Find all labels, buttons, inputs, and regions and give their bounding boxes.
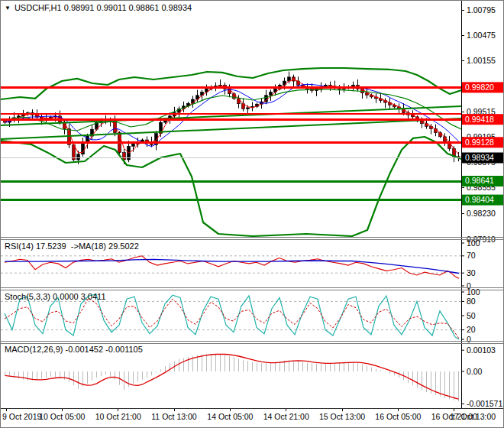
macd-scale-label: -0.001571 [467, 399, 502, 408]
time-tick-label: 14 Oct 21:00 [263, 412, 309, 421]
time-tick-label: 16 Oct 05:00 [375, 412, 421, 421]
price-badge: 0.99418 [462, 114, 504, 125]
price-badge-label: 0.99820 [465, 83, 494, 92]
stoch-scale-label: 0 [467, 335, 471, 344]
stoch-scale-label: 50 [467, 311, 476, 320]
symbol-timeframe: USDCHF,H1 [15, 3, 62, 12]
quote-close: 0.98934 [161, 3, 192, 12]
price-badge-label: 0.98934 [465, 153, 494, 162]
rsi-scale-label: 30 [467, 268, 476, 277]
price-badge-label: 0.99128 [465, 138, 494, 147]
time-tick-label: 9 Oct 2019 [2, 412, 42, 421]
price-badge: 0.98641 [462, 176, 504, 186]
chart-canvas[interactable]: 1.007951.004751.001550.995150.991950.988… [1, 1, 504, 428]
chart-title: ▼USDCHF,H1 0.98991 0.99011 0.98861 0.989… [5, 3, 192, 12]
price-tick-label: 1.00155 [467, 56, 496, 65]
price-badge-label: 0.98641 [465, 176, 494, 185]
chart-window: 1.007951.004751.001550.995150.991950.988… [0, 0, 504, 428]
time-tick-label: 14 Oct 05:00 [207, 412, 253, 421]
price-badge: 0.99820 [462, 82, 504, 92]
price-badge: 0.98404 [462, 195, 504, 206]
time-tick-label: 10 Oct 21:00 [95, 412, 141, 421]
stoch-scale-label: 80 [467, 297, 476, 306]
symbol-dropdown-icon[interactable]: ▼ [5, 5, 11, 11]
price-tick-label: 0.98230 [467, 209, 496, 218]
time-tick-label: 11 Oct 13:00 [151, 412, 197, 421]
rsi-indicator-label: RSI(14) 17.5239 ->MA(18) 29.5022 [5, 242, 139, 251]
quote-open: 0.98991 [64, 3, 95, 12]
macd-scale-label: 0.00 [467, 367, 483, 376]
macd-indicator-label: MACD(12,26,9) -0.001452 -0.001105 [5, 345, 143, 354]
price-badge: 0.98934 [462, 153, 504, 164]
candle-body [270, 92, 273, 96]
rsi-scale-label: 70 [467, 251, 476, 260]
macd-scale-label: 0.00103 [467, 345, 496, 355]
quote-low: 0.98861 [129, 3, 160, 12]
time-tick-label: 15 Oct 13:00 [319, 412, 365, 421]
candle-body [132, 144, 135, 147]
stoch-indicator-label: Stoch(5,3,3) 0.0000 3.0411 [5, 292, 106, 301]
candle-body [292, 77, 296, 81]
price-tick-label: 1.00795 [467, 5, 496, 15]
price-badge-label: 0.98404 [465, 195, 494, 204]
price-badge: 0.99128 [462, 137, 504, 148]
stoch-scale-label: 20 [467, 325, 476, 334]
quote-high: 0.99011 [97, 3, 127, 12]
time-tick-label: 10 Oct 05:00 [39, 412, 85, 421]
time-tick-label: 17 Oct 13:00 [450, 412, 496, 421]
stoch-scale-label: 100 [467, 287, 480, 297]
price-badge-label: 0.99418 [465, 115, 494, 124]
candle-body [77, 154, 80, 160]
price-tick-label: 1.00475 [467, 31, 496, 40]
candle-body [123, 153, 126, 160]
candle-body [247, 108, 250, 109]
